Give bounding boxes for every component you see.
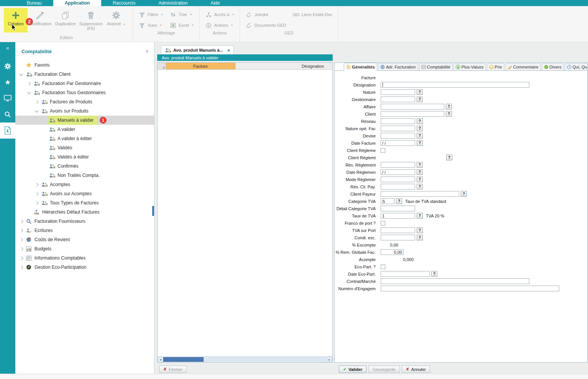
sauvegarde-button[interactable]: Sauvegarde [368,366,399,373]
date-facture-input[interactable]: / / [381,140,415,146]
tree-expanded-chevron-icon[interactable] [27,90,31,94]
tree-item-factures-de-produits[interactable]: Factures de Produits [15,97,154,106]
form-tab-qui-quand[interactable]: Qui, Quand ? [565,63,588,70]
form-tab-commentaire[interactable]: Commentaire [505,63,541,70]
date-règlemen-help-button[interactable]: ? [417,169,423,175]
tree-collapsed-chevron-icon[interactable] [20,238,23,242]
tree-item-facturation-client[interactable]: Facturation Client [15,70,154,79]
nature-opé-fac-input[interactable] [381,126,415,131]
franco-de-port-checkbox[interactable] [381,221,385,225]
affaire-input[interactable] [381,104,444,109]
categorie-tva-input[interactable]: S [381,198,394,204]
rés-cli-pay-help-button[interactable]: ? [417,184,423,190]
favorites-icon[interactable]: ★ [0,74,15,90]
tree-item-acomptes[interactable]: Acomptes [15,180,154,189]
tree-item-tous-types-de-factures[interactable]: Tous Types de Factures [15,198,154,207]
invoice-list-body[interactable] [158,70,332,356]
tree-item-budgets[interactable]: Budgets [15,244,154,253]
date-eco-part-help-button[interactable]: ? [431,271,437,277]
scroll-thumb[interactable] [163,357,204,362]
date-facture-help-button[interactable]: ? [417,140,423,146]
tree-collapsed-chevron-icon[interactable] [20,256,23,260]
ribbon-button-actions[interactable]: Actions▼ [205,23,234,28]
scroll-track[interactable] [163,357,327,362]
form-tab-prix[interactable]: Prix [487,63,504,70]
contrat-marché-input[interactable] [381,278,529,284]
document-tab[interactable]: Avo. produit Manuels à... × [161,46,234,54]
eco-part-checkbox[interactable] [381,265,385,269]
valider-button[interactable]: ✔Valider [339,366,366,373]
collapse-sidebar-icon[interactable]: « [0,42,15,54]
client-payeur-input[interactable] [381,191,459,197]
numéro-d-engagem-input[interactable] [381,286,559,291]
tree-item-validés[interactable]: Validés [15,143,154,152]
nature-opé-fac-help-button[interactable]: ? [417,126,423,131]
menu-administration[interactable]: Administration [147,0,199,6]
tree-collapsed-chevron-icon[interactable] [20,247,23,251]
nature-input[interactable] [381,89,415,95]
desktop-icon[interactable] [0,90,15,106]
tree-item-validés-à-éditer[interactable]: Validés à éditer [15,152,154,162]
tree-collapsed-chevron-icon[interactable] [20,229,23,232]
condi-esc-input[interactable] [381,235,415,240]
ribbon-button-accès-à[interactable]: Accès à▼ [205,12,234,18]
form-tab-généralités[interactable]: Généralités [344,63,377,71]
condi-esc-help-button[interactable]: ? [417,235,423,240]
tree-item-confirmés[interactable]: Confirmés [15,162,154,171]
client-règleme-checkbox[interactable] [381,148,385,153]
rés-règlement-input[interactable] [381,162,415,168]
taux-de-tva-help-button[interactable]: ? [417,213,423,219]
ribbon-button-vues[interactable]: Vues▼ [138,23,163,28]
détail-categorie-tva-input[interactable] [381,206,415,211]
menu-bureau[interactable]: Bureau [15,0,53,6]
list-corner-cell[interactable] [158,63,166,69]
client-règlemt-help-button[interactable]: ? [446,155,452,160]
ribbon-button-suppression-f6[interactable]: Suppression (F6) [78,8,103,33]
settings-icon[interactable] [0,58,15,74]
gestionnaire-help-button[interactable]: ? [417,96,423,102]
tree-item-coûts-de-revient[interactable]: Coûts de Revient [15,235,154,244]
tree-collapsed-chevron-icon[interactable] [35,100,39,104]
scroll-left-icon[interactable]: ◄ [158,357,163,362]
form-tab-comptabilité[interactable]: Comptabilité [419,63,453,70]
client-help-button[interactable]: ? [446,111,452,117]
list-horizontal-scrollbar[interactable]: ◄ ► [158,356,332,362]
ribbon-button-liens-entité-doc[interactable]: Liens Entité-Doc [292,12,333,17]
menu-aide[interactable]: Aide [199,0,231,6]
rés-règlement-help-button[interactable]: ? [417,162,423,168]
tree-collapsed-chevron-icon[interactable] [35,192,39,196]
tree-item-facturation-fournisseurs[interactable]: Facturation Fournisseurs [15,217,154,226]
tree-item-a-valider[interactable]: A valider [15,125,154,134]
tree-collapsed-chevron-icon[interactable] [27,82,31,85]
tva-sur-port-help-button[interactable]: ? [417,227,423,233]
tree-item-hiérarchies-défaut-factures[interactable]: Hiérarchies Défaut Factures [15,207,154,217]
column-header-facture[interactable]: Facture [166,63,235,69]
categorie-tva-help-button[interactable]: ? [396,198,402,204]
sidebar-close-icon[interactable]: × [146,48,149,54]
search-icon[interactable] [0,106,15,123]
fermer-button[interactable]: ✘ Fermer [159,366,187,373]
tree-item-informations-comptables[interactable]: Informations Comptables [15,253,154,263]
affaire-help-button[interactable]: ? [446,104,452,109]
client-payeur-help-button[interactable]: ? [461,191,467,197]
tree-expanded-chevron-icon[interactable] [35,109,39,113]
tree-item-gestion-eco-participation[interactable]: Gestion Eco-Participation [15,263,154,272]
rem-globale-fac-input[interactable]: 0,00 [381,249,404,255]
tree-item-avoirs-sur-acomptes[interactable]: Avoirs sur Acomptes [15,189,154,198]
document-tab-close-icon[interactable]: × [227,47,230,53]
réseau-input[interactable] [381,118,415,124]
tree-item-avoirs-sur-produits[interactable]: Avoirs sur Produits [15,106,154,116]
form-tab-divers[interactable]: Divers [542,63,564,70]
date-règlemen-input[interactable]: / / [381,169,415,175]
tree-expanded-chevron-icon[interactable] [20,72,23,76]
menu-raccourcis[interactable]: Raccourcis [101,0,147,6]
tree-item-facturation-par-gestionnaire[interactable]: Facturation Par Gestionnaire [15,79,154,88]
column-header-designation[interactable]: Désignation [235,63,332,69]
nature-help-button[interactable]: ? [417,89,423,95]
devise-help-button[interactable]: ? [417,133,423,139]
tree-collapsed-chevron-icon[interactable] [20,265,23,269]
tva-sur-port-input[interactable] [381,227,415,233]
mode-règlemer-help-button[interactable]: ? [417,176,423,182]
ribbon-button-documents-ged[interactable]: Documents GED [245,23,286,28]
ribbon-button-joindre[interactable]: Joindre [245,12,286,18]
